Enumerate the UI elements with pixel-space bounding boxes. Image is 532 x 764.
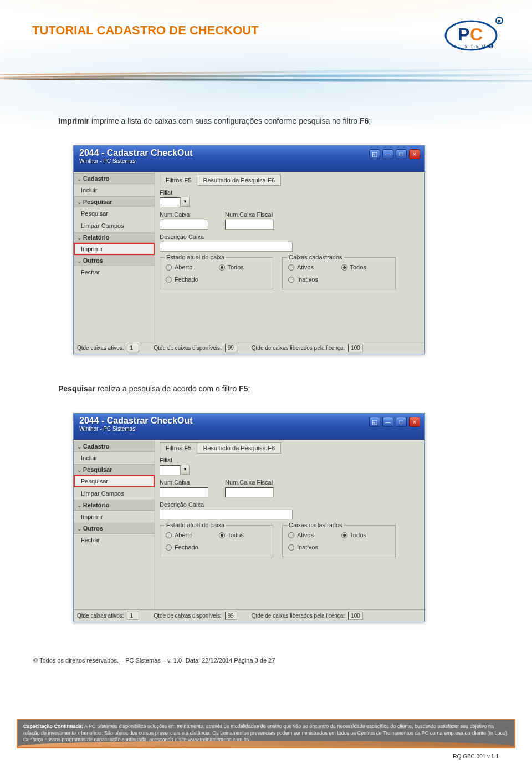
- window-minimize-icon[interactable]: —: [382, 417, 393, 427]
- status-bar: Qtde caixas ativos:1 Qtde de caixas disp…: [74, 609, 424, 622]
- sidebar-item-limpar-campos[interactable]: Limpar Campos: [74, 487, 155, 500]
- window-restore-icon[interactable]: ◱: [369, 149, 380, 159]
- numcaixa-input[interactable]: [160, 220, 208, 230]
- svg-text:C: C: [470, 24, 483, 44]
- window-close-icon[interactable]: ×: [409, 149, 420, 159]
- tab-resultado[interactable]: Resultado da Pesquisa-F6: [197, 175, 281, 186]
- window-cadastrar-checkout-2: 2044 - Cadastrar CheckOut Winthor - PC S…: [73, 413, 425, 622]
- descricao-input[interactable]: [160, 242, 293, 252]
- label-filial: Filial: [160, 189, 420, 196]
- paragraph-imprimir: Imprimir imprime a lista de caixas com s…: [58, 116, 371, 125]
- paragraph-pesquisar: Pesquisar realiza a pesquisa de acordo c…: [58, 384, 250, 393]
- group-caixas-cadastrados: Caixas cadastrados Ativos Todos Inativos: [282, 525, 396, 557]
- radio-aberto[interactable]: Aberto: [166, 264, 214, 271]
- document-code: RQ.GBC.001 v.1.1: [453, 753, 499, 760]
- sidebar-group-pesquisar[interactable]: Pesquisar: [74, 196, 155, 207]
- sidebar-group-pesquisar[interactable]: Pesquisar: [74, 464, 155, 475]
- main-panel: Filtros-F5 Resultado da Pesquisa-F6 Fili…: [155, 440, 424, 609]
- footer-capacitacao: Capacitação Continuada: A PC Sistemas di…: [17, 719, 515, 748]
- sidebar-item-imprimir[interactable]: Imprimir: [74, 511, 155, 523]
- numcaixa-fiscal-input[interactable]: [225, 487, 274, 497]
- sidebar-item-limpar-campos[interactable]: Limpar Campos: [74, 220, 155, 232]
- radio-todos-estado[interactable]: Todos: [219, 264, 268, 271]
- sidebar: Cadastro Incluir Pesquisar Pesquisar Lim…: [74, 440, 155, 609]
- radio-ativos[interactable]: Ativos: [288, 264, 337, 271]
- numcaixa-fiscal-input[interactable]: [225, 220, 274, 230]
- window-restore-icon[interactable]: ◱: [369, 417, 380, 427]
- tab-filtros[interactable]: Filtros-F5: [160, 442, 197, 454]
- label-numcaixa-fiscal: Num.Caixa Fiscal: [225, 479, 274, 486]
- radio-inativos[interactable]: Inativos: [288, 544, 337, 551]
- status-ativos-value: 1: [127, 344, 139, 352]
- radio-fechado[interactable]: Fechado: [166, 276, 214, 283]
- sidebar-group-relatorio[interactable]: Relatório: [74, 500, 155, 511]
- header-swoosh: [0, 71, 532, 88]
- status-liberados-value: 100: [348, 344, 363, 352]
- radio-ativos[interactable]: Ativos: [288, 532, 337, 538]
- sidebar: Cadastro Incluir Pesquisar Pesquisar Lim…: [74, 172, 155, 342]
- tab-resultado[interactable]: Resultado da Pesquisa-F6: [197, 442, 281, 454]
- radio-aberto[interactable]: Aberto: [166, 532, 214, 538]
- sidebar-group-cadastro[interactable]: Cadastro: [74, 173, 155, 184]
- registered-icon: R: [495, 17, 503, 24]
- label-descricao: Descrição Caixa: [160, 501, 420, 508]
- window-title: 2044 - Cadastrar CheckOut: [79, 416, 193, 426]
- radio-inativos[interactable]: Inativos: [288, 276, 337, 283]
- group-caixas-cadastrados: Caixas cadastrados Ativos Todos Inativos: [282, 257, 396, 289]
- filial-dropdown-icon[interactable]: ▼: [181, 197, 190, 207]
- window-title: 2044 - Cadastrar CheckOut: [79, 148, 193, 158]
- sidebar-group-relatorio[interactable]: Relatório: [74, 232, 155, 243]
- page-title: TUTORIAL CADASTRO DE CHECKOUT: [32, 23, 259, 38]
- window-subtitle: Winthor - PC Sistemas: [79, 426, 193, 432]
- label-descricao: Descrição Caixa: [160, 233, 420, 240]
- window-close-icon[interactable]: ×: [409, 417, 420, 427]
- sidebar-group-outros[interactable]: Outros: [74, 255, 155, 266]
- sidebar-item-incluir[interactable]: Incluir: [74, 452, 155, 464]
- radio-todos-estado[interactable]: Todos: [219, 532, 268, 538]
- main-panel: Filtros-F5 Resultado da Pesquisa-F6 Fili…: [155, 172, 424, 342]
- label-numcaixa-fiscal: Num.Caixa Fiscal: [225, 211, 274, 218]
- status-liberados-value: 100: [348, 612, 363, 620]
- sidebar-item-fechar[interactable]: Fechar: [74, 266, 155, 278]
- status-disponiveis-value: 99: [225, 344, 237, 352]
- group-estado-caixa: Estado atual do caixa Aberto Todos Fecha…: [160, 525, 273, 557]
- window-minimize-icon[interactable]: —: [382, 149, 393, 159]
- descricao-input[interactable]: [160, 510, 293, 519]
- window-titlebar: 2044 - Cadastrar CheckOut Winthor - PC S…: [74, 146, 424, 172]
- sidebar-group-outros[interactable]: Outros: [74, 523, 155, 534]
- window-cadastrar-checkout-1: 2044 - Cadastrar CheckOut Winthor - PC S…: [73, 145, 425, 354]
- label-numcaixa: Num.Caixa: [160, 211, 208, 218]
- logo-subtext: S I S T E M A: [454, 44, 492, 48]
- window-maximize-icon[interactable]: □: [396, 417, 407, 427]
- window-titlebar: 2044 - Cadastrar CheckOut Winthor - PC S…: [74, 414, 424, 440]
- sidebar-item-pesquisar[interactable]: Pesquisar: [74, 207, 155, 220]
- copyright-line: © Todos os direitos reservados. – PC Sis…: [33, 657, 275, 664]
- radio-todos-cadastrados[interactable]: Todos: [341, 532, 390, 538]
- group-estado-caixa: Estado atual do caixa Aberto Todos Fecha…: [160, 257, 273, 289]
- sidebar-group-cadastro[interactable]: Cadastro: [74, 441, 155, 452]
- window-maximize-icon[interactable]: □: [396, 149, 407, 159]
- numcaixa-input[interactable]: [160, 487, 208, 497]
- radio-todos-cadastrados[interactable]: Todos: [341, 264, 390, 271]
- label-filial: Filial: [160, 457, 420, 464]
- tab-filtros[interactable]: Filtros-F5: [160, 175, 197, 186]
- pc-sistemas-logo: R P C S I S T E M A S: [442, 16, 503, 55]
- status-bar: Qtde caixas ativos:1 Qtde de caixas disp…: [74, 342, 424, 354]
- sidebar-item-pesquisar[interactable]: Pesquisar: [74, 475, 155, 487]
- window-subtitle: Winthor - PC Sistemas: [79, 158, 193, 164]
- filial-input[interactable]: [160, 197, 181, 207]
- filial-input[interactable]: [160, 465, 181, 475]
- sidebar-item-incluir[interactable]: Incluir: [74, 184, 155, 196]
- status-ativos-value: 1: [127, 612, 139, 620]
- radio-fechado[interactable]: Fechado: [166, 544, 214, 551]
- label-numcaixa: Num.Caixa: [160, 479, 208, 486]
- sidebar-item-imprimir[interactable]: Imprimir: [74, 243, 155, 255]
- status-disponiveis-value: 99: [225, 612, 237, 620]
- sidebar-item-fechar[interactable]: Fechar: [74, 534, 155, 546]
- svg-text:P: P: [458, 24, 469, 44]
- filial-dropdown-icon[interactable]: ▼: [181, 465, 190, 475]
- svg-text:S: S: [490, 45, 492, 48]
